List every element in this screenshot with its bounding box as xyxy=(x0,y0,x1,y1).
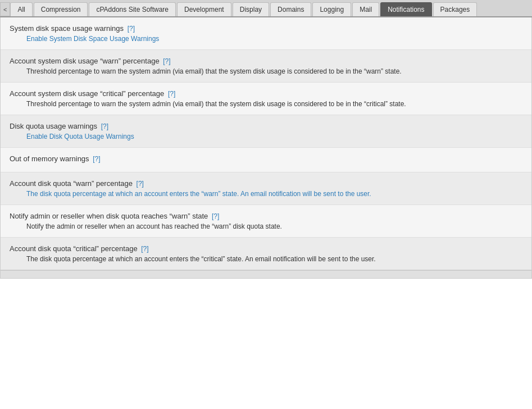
setting-title-account-disk-quota-warn-pct: Account disk quota “warn” percentage [?] xyxy=(10,179,522,188)
setting-row-account-system-disk-critical-pct: Account system disk usage “critical” per… xyxy=(1,83,531,115)
setting-desc-notify-admin-reseller-disk-quota-warn: Notify the admin or reseller when an acc… xyxy=(26,222,522,230)
horizontal-scrollbar[interactable] xyxy=(0,271,532,279)
setting-desc-system-disk-space-usage-warnings: Enable System Disk Space Usage Warnings xyxy=(26,35,522,43)
setting-title-out-of-memory-warnings: Out of memory warnings [?] xyxy=(10,154,522,163)
setting-row-account-disk-quota-warn-pct: Account disk quota “warn” percentage [?]… xyxy=(1,172,531,205)
settings-content: System disk space usage warnings [?]Enab… xyxy=(0,17,532,271)
tab-scroll-left-btn[interactable]: < xyxy=(0,2,10,16)
setting-row-notify-admin-reseller-disk-quota-warn: Notify admin or reseller when disk quota… xyxy=(1,205,531,238)
help-link-account-disk-quota-warn-pct[interactable]: [?] xyxy=(137,180,144,188)
tab-notifications[interactable]: Notifications xyxy=(380,2,431,16)
setting-row-account-disk-quota-critical-pct: Account disk quota “critical” percentage… xyxy=(1,238,531,270)
tab-domains[interactable]: Domains xyxy=(270,2,311,16)
setting-row-disk-quota-usage-warnings: Disk quota usage warnings [?]Enable Disk… xyxy=(1,115,531,148)
setting-desc-account-disk-quota-warn-pct: The disk quota percentage at which an ac… xyxy=(26,190,522,198)
setting-title-account-system-disk-warn-pct: Account system disk usage “warn” percent… xyxy=(10,57,522,65)
setting-desc-account-system-disk-critical-pct: Threshold percentage to warn the system … xyxy=(26,100,522,108)
setting-row-out-of-memory-warnings: Out of memory warnings [?] xyxy=(1,148,531,172)
tab-all[interactable]: All xyxy=(10,2,32,16)
tab-bar: < AllCompressioncPAddons Site SoftwareDe… xyxy=(0,0,532,17)
setting-title-system-disk-space-usage-warnings: System disk space usage warnings [?] xyxy=(10,24,522,33)
tab-cpaddons[interactable]: cPAddons Site Software xyxy=(89,2,176,16)
setting-desc-account-system-disk-warn-pct: Threshold percentage to warn the system … xyxy=(26,67,522,75)
tab-mail[interactable]: Mail xyxy=(352,2,379,16)
setting-row-account-system-disk-warn-pct: Account system disk usage “warn” percent… xyxy=(1,50,531,83)
tab-display[interactable]: Display xyxy=(233,2,269,16)
setting-desc-account-disk-quota-critical-pct: The disk quota percentage at which an ac… xyxy=(26,255,522,263)
help-link-out-of-memory-warnings[interactable]: [?] xyxy=(93,155,100,163)
help-link-system-disk-space-usage-warnings[interactable]: [?] xyxy=(128,25,135,33)
setting-desc-disk-quota-usage-warnings: Enable Disk Quota Usage Warnings xyxy=(26,133,522,140)
help-link-notify-admin-reseller-disk-quota-warn[interactable]: [?] xyxy=(212,212,219,220)
help-link-account-disk-quota-critical-pct[interactable]: [?] xyxy=(141,245,148,253)
setting-title-account-disk-quota-critical-pct: Account disk quota “critical” percentage… xyxy=(10,244,522,253)
help-link-account-system-disk-warn-pct[interactable]: [?] xyxy=(163,57,170,65)
tab-logging[interactable]: Logging xyxy=(312,2,351,16)
tab-development[interactable]: Development xyxy=(177,2,231,16)
setting-title-account-system-disk-critical-pct: Account system disk usage “critical” per… xyxy=(10,89,522,98)
help-link-disk-quota-usage-warnings[interactable]: [?] xyxy=(101,122,108,130)
tab-compression[interactable]: Compression xyxy=(34,2,88,16)
setting-row-system-disk-space-usage-warnings: System disk space usage warnings [?]Enab… xyxy=(1,17,531,50)
setting-title-notify-admin-reseller-disk-quota-warn: Notify admin or reseller when disk quota… xyxy=(10,212,522,220)
help-link-account-system-disk-critical-pct[interactable]: [?] xyxy=(168,90,175,98)
tab-packages[interactable]: Packages xyxy=(433,2,478,16)
setting-title-disk-quota-usage-warnings: Disk quota usage warnings [?] xyxy=(10,122,522,130)
